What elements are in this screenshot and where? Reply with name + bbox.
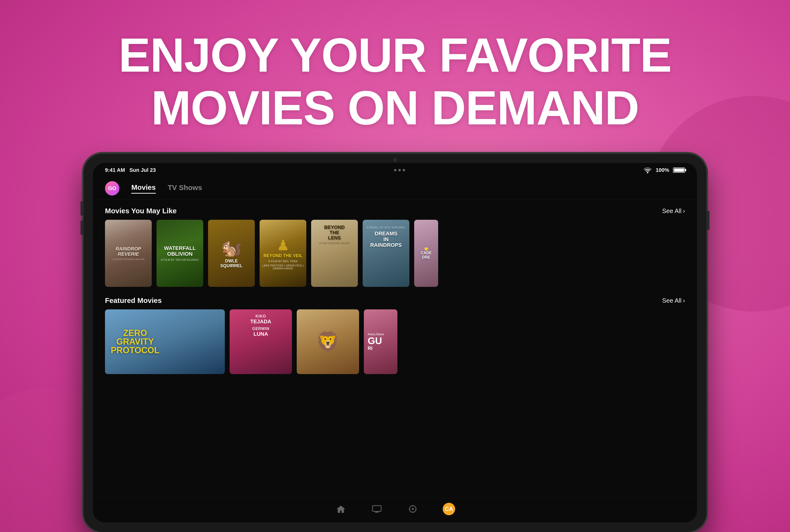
hero-line1: ENJOY YOUR FAVORITE [118,28,671,82]
home-icon [335,503,347,515]
dot1 [394,169,396,171]
movies-icon [407,503,419,515]
featured-movies-title: Featured Movies [105,297,162,305]
profile-icon: CA [443,503,455,515]
status-time-date: 9:41 AM Sun Jul 23 [105,167,156,173]
featured-card-zero-gravity[interactable]: ZEROGRAVITYPROTOCOL [105,309,225,374]
movie-card-squirrel[interactable]: 🐿️ DWLESQUIRREL [208,220,255,287]
app-logo[interactable]: GO [105,181,119,195]
see-all-movies-button[interactable]: See All › [662,207,685,215]
tv-icon [371,503,383,515]
movies-you-may-like-title: Movies You May Like [105,207,177,215]
svg-rect-0 [373,506,381,511]
nav-movies[interactable]: Movies [131,183,156,194]
status-right: 100% [643,167,685,173]
movies-you-may-like-header: Movies You May Like See All › [105,207,685,215]
hero-line2: MOVIES ON DEMAND [151,81,639,134]
movie-card-beyond-lens[interactable]: BEYONDTHELENS A CAPTIVATING MILER [311,220,358,287]
status-center-dots [394,169,405,171]
movie-card-dreams[interactable]: A NOVEL OF EPIC NATURES DREAMSINRAINDROP… [363,220,409,287]
wifi-icon [643,167,652,173]
tablet-frame: 9:41 AM Sun Jul 23 [83,153,707,532]
featured-movies-header: Featured Movies See All › [105,297,685,305]
status-bar: 9:41 AM Sun Jul 23 [93,163,697,177]
movie-card-waterfall[interactable]: WATERFALLOBLIVION A FILM BY TAYLOR ALONS… [156,220,203,287]
content-area: Movies You May Like See All › RaindropRe… [93,200,697,498]
featured-movies-row: ZEROGRAVITYPROTOCOL KIKO TEJADA GERWIN L… [105,309,685,374]
featured-card-lion[interactable]: 🦁 [297,309,359,374]
see-all-featured-button[interactable]: See All › [662,297,685,304]
movies-you-may-like-row: RaindropReverie A FILM BY WYNONA WILSON … [105,220,685,287]
nav-bar: GO Movies TV Shows [93,177,697,200]
tablet-device: 9:41 AM Sun Jul 23 [83,153,707,532]
status-time: 9:41 AM [105,167,125,173]
battery-indicator [673,168,685,173]
chevron-right-featured-icon: › [683,297,685,304]
movie-card-beyond-veil[interactable]: ♟ BEYOND THE VEIL A FILM BY NEIL TRAN LA… [260,220,306,287]
dot3 [403,169,405,171]
chevron-right-icon: › [683,207,685,215]
bottom-nav-tv[interactable] [371,503,383,515]
volume-up-button[interactable] [80,201,83,216]
svg-rect-2 [376,511,377,512]
bottom-navigation: CA [93,498,697,522]
featured-card-avery[interactable]: Avery Davis GU RI [364,309,397,374]
tablet-screen: 9:41 AM Sun Jul 23 [93,163,697,522]
dot2 [398,169,401,171]
bottom-nav-movies[interactable] [407,503,419,515]
featured-card-kiko[interactable]: KIKO TEJADA GERWIN LUNA [230,309,292,374]
volume-down-button[interactable] [80,221,83,235]
battery-percent: 100% [656,167,669,173]
nav-tv-shows[interactable]: TV Shows [168,184,202,193]
power-button[interactable] [707,211,710,230]
movie-card-cade[interactable]: 💛 CADEDRE [414,220,438,287]
hero-section: ENJOY YOUR FAVORITE MOVIES ON DEMAND [118,29,671,134]
bottom-nav-home[interactable] [335,503,347,515]
svg-point-4 [412,508,414,510]
status-date: Sun Jul 23 [129,167,156,173]
bottom-nav-profile[interactable]: CA [443,503,455,515]
front-camera [393,158,397,162]
movie-card-raindrop[interactable]: RaindropReverie A FILM BY WYNONA WILSON [105,220,152,287]
